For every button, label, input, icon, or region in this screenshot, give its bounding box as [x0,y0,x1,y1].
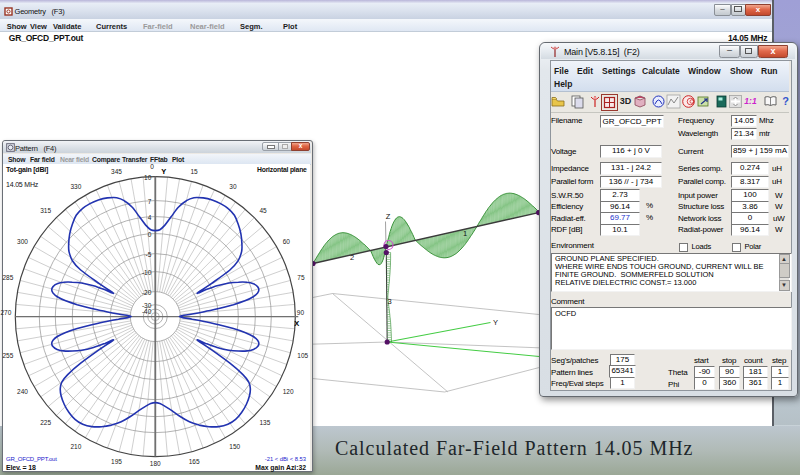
svg-text:60: 60 [283,238,291,245]
svg-text:2: 2 [350,253,354,262]
svg-text:X: X [294,319,299,328]
svg-text:135: 135 [260,419,271,426]
svg-text:150: 150 [229,443,240,450]
svg-text:Z: Z [386,212,391,221]
svg-text:Y: Y [493,318,498,327]
svg-text:120: 120 [283,388,294,395]
svg-text:285: 285 [2,274,13,281]
svg-text:210: 210 [70,443,81,450]
svg-text:1: 1 [463,229,467,238]
svg-text:240: 240 [17,388,28,395]
svg-text:-40: -40 [142,308,152,315]
svg-text:225: 225 [40,419,51,426]
svg-text:105: 105 [297,352,308,359]
svg-text:300: 300 [17,238,28,245]
svg-text:195: 195 [111,458,122,465]
svg-text:Y: Y [161,167,166,176]
svg-text:255: 255 [2,352,13,359]
svg-text:-5: -5 [146,251,152,258]
svg-text:270: 270 [1,309,12,316]
svg-text:0: 0 [148,231,152,238]
svg-text:180: 180 [150,460,161,467]
svg-text:45: 45 [260,207,268,214]
svg-text:3: 3 [388,297,392,306]
svg-text:10: 10 [144,174,152,181]
svg-text:4: 4 [148,214,152,221]
svg-text:-20: -20 [142,289,152,296]
svg-text:15: 15 [190,168,198,175]
svg-text:315: 315 [40,207,51,214]
svg-text:330: 330 [70,183,81,190]
svg-text:165: 165 [189,458,200,465]
svg-text:-10: -10 [142,269,152,276]
svg-text:0: 0 [150,164,154,170]
svg-text:7: 7 [148,198,152,205]
svg-text:345: 345 [111,168,122,175]
svg-text:30: 30 [229,183,237,190]
svg-text:75: 75 [297,274,305,281]
svg-text:90: 90 [297,309,305,316]
